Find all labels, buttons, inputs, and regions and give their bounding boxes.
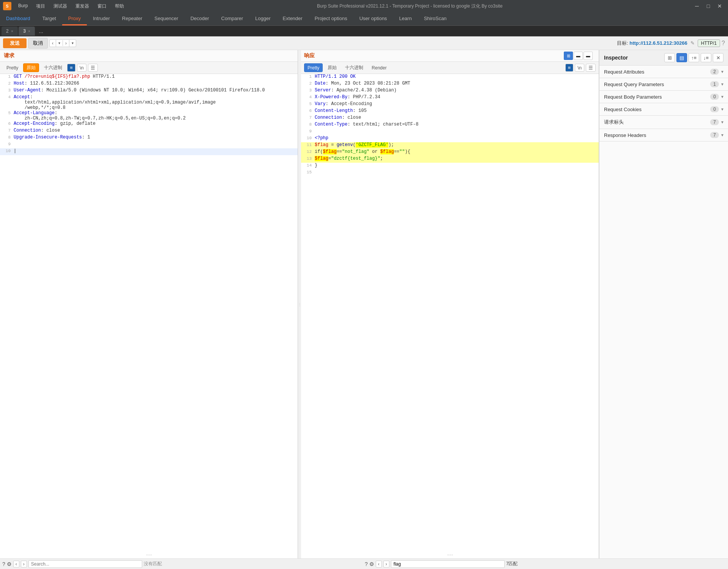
req-line-10: 10 | bbox=[0, 148, 298, 155]
chevron-down-icon: ▾ bbox=[721, 119, 723, 125]
resp-line-6: 6 Content-Length: 105 bbox=[301, 108, 599, 115]
view-split-icon[interactable]: ⊞ bbox=[564, 52, 573, 60]
response-next-button[interactable]: › bbox=[383, 561, 389, 567]
inspector-count: 0 bbox=[710, 106, 719, 112]
nav-right-button[interactable]: › bbox=[63, 40, 69, 47]
req-line-6: 6 Accept-Encoding: gzip, deflate bbox=[0, 121, 298, 128]
inspector-grid-icon[interactable]: ⊞ bbox=[664, 53, 675, 62]
inspector-section-query-params: Request Query Parameters 1 ▾ bbox=[599, 78, 728, 91]
tab-repeater[interactable]: Repeater bbox=[116, 12, 148, 25]
inspector-header: Inspector ⊞ ▤ ↑≡ ↓≡ ✕ bbox=[599, 50, 728, 66]
inspector-label: Response Headers bbox=[604, 132, 710, 138]
resp-line-7: 7 Connection: close bbox=[301, 115, 599, 122]
tab-intruder[interactable]: Intruder bbox=[87, 12, 116, 25]
resp-raw-btn[interactable]: 原始 bbox=[324, 63, 340, 72]
pane-drag-handle[interactable]: ⋮ bbox=[298, 50, 301, 558]
resp-menu-icon[interactable]: ☰ bbox=[586, 64, 596, 72]
response-pane: 响应 ⊞ ▬ ▬ Pretty 原始 十六进制 Render ≡ \n ☰ 1 bbox=[301, 50, 599, 558]
request-settings-icon[interactable]: ⚙ bbox=[7, 561, 12, 567]
request-prev-button[interactable]: ‹ bbox=[13, 561, 19, 567]
cancel-button[interactable]: 取消 bbox=[28, 38, 48, 49]
request-hex-btn[interactable]: 十六进制 bbox=[41, 63, 66, 72]
inspector-sort-asc-icon[interactable]: ↑≡ bbox=[689, 53, 699, 62]
nav-down-button[interactable]: ▾ bbox=[56, 40, 63, 46]
tab-shiroscan[interactable]: ShiroScan bbox=[418, 12, 453, 25]
request-tab-2[interactable]: 2 × bbox=[2, 27, 18, 36]
inspector-row-req-headers[interactable]: 请求标头 7 ▾ bbox=[599, 116, 728, 129]
resp-wrap-icon[interactable]: ≡ bbox=[565, 64, 574, 72]
request-pretty-btn[interactable]: Pretty bbox=[3, 64, 22, 72]
inspector-row-cookies[interactable]: Request Cookies 0 ▾ bbox=[599, 103, 728, 115]
nav-left-button[interactable]: ‹ bbox=[50, 40, 56, 47]
menu-repeater[interactable]: 重发器 bbox=[72, 2, 93, 10]
response-prev-button[interactable]: ‹ bbox=[376, 561, 382, 567]
inspector-row-query-params[interactable]: Request Query Parameters 1 ▾ bbox=[599, 78, 728, 90]
request-raw-btn[interactable]: 原始 bbox=[23, 63, 39, 72]
resp-vertical-drag-handle[interactable]: ⋯ bbox=[301, 551, 599, 558]
menu-project[interactable]: 项目 bbox=[32, 2, 49, 10]
request-search-input[interactable] bbox=[28, 560, 142, 568]
maximize-button[interactable]: □ bbox=[703, 2, 714, 10]
help-icon[interactable]: ? bbox=[722, 40, 725, 47]
inspector-list-icon[interactable]: ▤ bbox=[676, 53, 687, 62]
edit-target-icon[interactable]: ✎ bbox=[690, 40, 695, 46]
inspector-close-icon[interactable]: ✕ bbox=[713, 53, 723, 62]
request-next-button[interactable]: › bbox=[21, 561, 27, 567]
request-wrap-icon[interactable]: ≡ bbox=[67, 64, 75, 72]
inspector-row-body-params[interactable]: Request Body Parameters 0 ▾ bbox=[599, 91, 728, 103]
view-vertical-icon[interactable]: ▬ bbox=[584, 52, 593, 60]
tab-close-2[interactable]: × bbox=[11, 29, 13, 33]
resp-nl-icon[interactable]: \n bbox=[575, 64, 584, 72]
tab-more[interactable]: ... bbox=[36, 28, 46, 34]
inspector-sort-desc-icon[interactable]: ↓≡ bbox=[701, 53, 711, 62]
inspector-row-request-attrs[interactable]: Request Attributes 2 ▾ bbox=[599, 66, 728, 78]
minimize-button[interactable]: ─ bbox=[692, 2, 702, 10]
tab-comparer[interactable]: Comparer bbox=[215, 12, 249, 25]
vertical-drag-handle[interactable]: ⋯ bbox=[0, 551, 298, 558]
tab-extender[interactable]: Extender bbox=[277, 12, 309, 25]
tab-user-options[interactable]: User options bbox=[353, 12, 393, 25]
menu-scanner[interactable]: 测试器 bbox=[50, 2, 71, 10]
tab-decoder[interactable]: Decoder bbox=[184, 12, 215, 25]
tab-sequencer[interactable]: Sequencer bbox=[148, 12, 184, 25]
response-help-icon[interactable]: ? bbox=[365, 561, 368, 567]
request-tab-3[interactable]: 3 × bbox=[19, 27, 35, 36]
resp-hex-btn[interactable]: 十六进制 bbox=[342, 63, 367, 72]
inspector-section-resp-headers: Response Headers 7 ▾ bbox=[599, 129, 728, 141]
view-horizontal-icon[interactable]: ▬ bbox=[574, 52, 583, 60]
tab-project-options[interactable]: Project options bbox=[309, 12, 353, 25]
tab-learn[interactable]: Learn bbox=[393, 12, 418, 25]
resp-line-13: 13 $flag="dzctf{test_flag}"; bbox=[301, 156, 599, 163]
request-nl-icon[interactable]: \n bbox=[77, 64, 86, 72]
tab-dashboard[interactable]: Dashboard bbox=[0, 12, 36, 25]
menu-window[interactable]: 窗口 bbox=[94, 2, 110, 10]
request-menu-icon[interactable]: ☰ bbox=[88, 64, 98, 72]
resp-line-12: 12 if($flag=="not_flag" or $flag==""){ bbox=[301, 149, 599, 156]
response-settings-icon[interactable]: ⚙ bbox=[369, 561, 374, 567]
tab-proxy[interactable]: Proxy bbox=[62, 12, 87, 25]
request-bottom-bar: ? ⚙ ‹ › 没有匹配 bbox=[2, 560, 363, 568]
menu-help[interactable]: 帮助 bbox=[111, 2, 128, 10]
nav-down2-button[interactable]: ▾ bbox=[69, 40, 76, 46]
menu-burp[interactable]: Burp bbox=[14, 2, 31, 10]
close-button[interactable]: ✕ bbox=[714, 2, 725, 10]
inspector-label: Request Cookies bbox=[604, 107, 710, 112]
inspector-row-resp-headers[interactable]: Response Headers 7 ▾ bbox=[599, 129, 728, 141]
request-help-icon[interactable]: ? bbox=[2, 561, 5, 567]
inspector-section-body-params: Request Body Parameters 0 ▾ bbox=[599, 91, 728, 103]
inspector-count: 7 bbox=[710, 119, 719, 125]
send-button[interactable]: 发送 bbox=[3, 38, 27, 48]
tab-target[interactable]: Target bbox=[36, 12, 62, 25]
resp-render-btn[interactable]: Render bbox=[368, 63, 390, 72]
response-search-input[interactable] bbox=[391, 560, 505, 568]
inspector-label: Request Attributes bbox=[604, 69, 710, 75]
tab-logger[interactable]: Logger bbox=[249, 12, 276, 25]
resp-line-8: 8 Content-Type: text/html; charset=UTF-8 bbox=[301, 122, 599, 129]
inspector-count: 0 bbox=[710, 94, 719, 100]
response-match-count: 7匹配 bbox=[506, 561, 518, 567]
tab-close-3[interactable]: × bbox=[28, 29, 30, 33]
resp-pretty-btn[interactable]: Pretty bbox=[304, 63, 323, 72]
http-version-badge: HTTP/1 bbox=[698, 39, 720, 47]
inspector-count: 2 bbox=[710, 69, 719, 75]
tab-label: 2 bbox=[6, 28, 9, 34]
